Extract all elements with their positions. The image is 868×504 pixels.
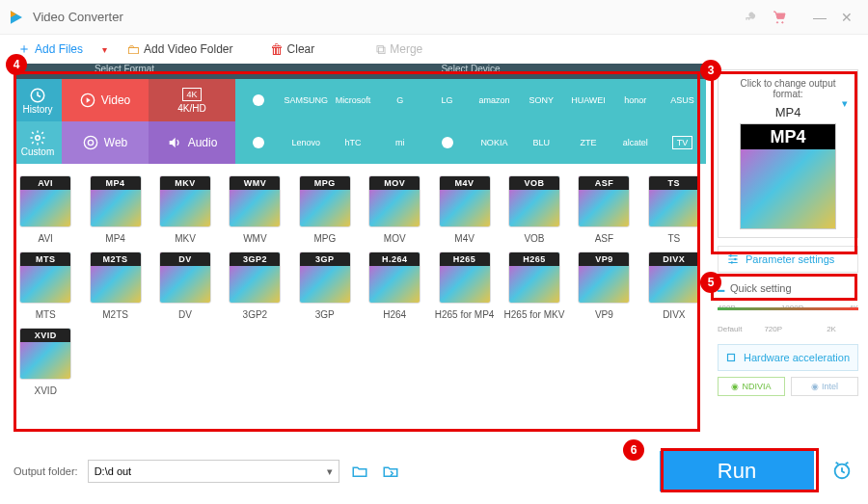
open-folder-button[interactable]	[349, 461, 370, 482]
key-icon[interactable]	[739, 4, 766, 31]
svg-point-7	[442, 137, 453, 148]
add-files-button[interactable]: ＋ Add Files	[12, 39, 89, 60]
folder-open-icon	[351, 463, 368, 480]
custom-tab[interactable]: Custom	[14, 121, 62, 164]
format-tag: MPG	[300, 176, 350, 190]
brand-HUAWEI[interactable]: HUAWEI	[565, 79, 612, 121]
format-tag: DIVX	[649, 252, 699, 266]
browse-folder-button[interactable]	[380, 461, 401, 482]
brand-hTC[interactable]: hTC	[330, 121, 377, 164]
format-h265-for-mkv[interactable]: H265H265 for MKV	[502, 252, 566, 320]
cart-icon[interactable]	[766, 4, 793, 31]
format-divx[interactable]: DIVXDIVX	[642, 252, 706, 320]
app-logo-icon	[8, 9, 25, 26]
format-wmv[interactable]: WMVWMV	[223, 175, 286, 244]
web-category[interactable]: Web	[62, 121, 149, 164]
format-tag: 3GP2	[230, 252, 280, 266]
brand-logo-10[interactable]	[235, 121, 283, 164]
svg-rect-11	[728, 355, 735, 361]
history-tab[interactable]: History	[14, 79, 62, 121]
format-label: MTS	[36, 309, 56, 320]
brand-SAMSUNG[interactable]: SAMSUNG	[283, 79, 330, 121]
output-folder-combo[interactable]: D:\d out ▾	[88, 460, 340, 483]
brand-G[interactable]: G	[376, 79, 423, 121]
minimize-button[interactable]: —	[806, 4, 833, 31]
format-label: MOV	[384, 233, 406, 244]
brand-SONY[interactable]: SONY	[518, 79, 565, 121]
svg-point-4	[88, 140, 93, 145]
format-vob[interactable]: VOBVOB	[502, 175, 566, 244]
brand-Lenovo[interactable]: Lenovo	[283, 121, 330, 164]
parameter-settings-button[interactable]: Parameter settings	[718, 246, 858, 273]
brand-LG[interactable]: LG	[423, 79, 471, 121]
brand-honor[interactable]: honor	[611, 79, 659, 121]
clear-button[interactable]: 🗑 Clear	[264, 40, 321, 59]
format-tag: MTS	[20, 252, 70, 266]
brand-BLU[interactable]: BLU	[518, 121, 565, 164]
brand-amazon[interactable]: amazon	[471, 79, 518, 121]
format-tag: WMV	[230, 176, 280, 190]
format-mov[interactable]: MOVMOV	[363, 175, 426, 244]
chevron-down-icon: ▾	[327, 465, 333, 478]
output-format-card[interactable]: Click to change output format: MP4 ▾ MP4	[718, 69, 858, 238]
4k-hd-category[interactable]: 4K 4K/HD	[149, 79, 235, 121]
format-h264[interactable]: H.264H264	[363, 252, 426, 320]
close-button[interactable]: ✕	[833, 4, 860, 31]
format-tag: M4V	[440, 176, 490, 190]
format-avi[interactable]: AVIAVI	[14, 175, 77, 244]
schedule-button[interactable]	[831, 460, 854, 483]
brand-alcatel[interactable]: alcatel	[611, 121, 659, 164]
brand-logo-icon	[439, 134, 456, 151]
svg-point-9	[734, 258, 736, 260]
format-tag: DV	[160, 252, 210, 266]
format-tag: M2TS	[91, 252, 141, 266]
brand-ZTE[interactable]: ZTE	[565, 121, 612, 164]
format-m2ts[interactable]: M2TSM2TS	[83, 252, 147, 320]
chip-icon	[724, 351, 738, 364]
format-ts[interactable]: TSTS	[642, 175, 706, 244]
quick-setting-label: Quick setting	[730, 282, 792, 294]
brand-logo-0[interactable]	[235, 79, 283, 121]
format-tag: H265	[509, 252, 559, 266]
format-mkv[interactable]: MKVMKV	[153, 175, 217, 244]
format-dv[interactable]: DVDV	[153, 252, 217, 320]
format-mp4[interactable]: MP4MP4	[83, 175, 147, 244]
format-3gp2[interactable]: 3GP23GP2	[223, 252, 286, 320]
brand-NOKIA[interactable]: NOKIA	[471, 121, 518, 164]
format-label: WMV	[243, 233, 266, 244]
format-vp9[interactable]: VP9VP9	[572, 252, 636, 320]
intel-chip[interactable]: ◉ Intel	[791, 377, 858, 396]
format-tag: H.264	[369, 252, 420, 266]
brand-TV[interactable]: TV	[659, 121, 706, 164]
format-m4v[interactable]: M4VM4V	[432, 175, 496, 244]
format-label: ASF	[595, 233, 613, 244]
hardware-acceleration-toggle[interactable]: Hardware acceleration	[718, 344, 858, 371]
format-tag: 3GP	[300, 252, 350, 266]
folder-arrow-icon	[382, 463, 399, 480]
brand-logo-14[interactable]	[423, 121, 471, 164]
brand-Microsoft[interactable]: Microsoft	[330, 79, 377, 121]
nvidia-chip[interactable]: ◉ NDIVIA	[718, 377, 785, 396]
format-mts[interactable]: MTSMTS	[14, 252, 77, 320]
format-tag: ASF	[579, 176, 629, 190]
run-button[interactable]: Run	[660, 451, 814, 491]
category-strip: History Custom Video Web 4K	[14, 79, 706, 164]
output-folder-label: Output folder:	[14, 465, 78, 477]
brand-mi[interactable]: mi	[376, 121, 423, 164]
format-label: MKV	[175, 233, 196, 244]
brand-ASUS[interactable]: ASUS	[659, 79, 706, 121]
format-h265-for-mp4[interactable]: H265H265 for MP4	[432, 252, 496, 320]
format-xvid[interactable]: XVIDXVID	[14, 328, 77, 396]
video-category[interactable]: Video	[62, 79, 149, 121]
format-mpg[interactable]: MPGMPG	[293, 175, 357, 244]
merge-button[interactable]: ⧉ Merge	[370, 40, 428, 60]
add-video-folder-button[interactable]: 🗀 Add Video Folder	[121, 40, 239, 59]
audio-category[interactable]: Audio	[149, 121, 235, 164]
format-asf[interactable]: ASFASF	[572, 175, 636, 244]
sliders-icon	[726, 252, 740, 266]
add-files-dropdown-caret[interactable]: ▾	[102, 44, 107, 55]
format-3gp[interactable]: 3GP3GP	[293, 252, 357, 320]
format-label: H265 for MP4	[435, 309, 495, 320]
nvidia-icon: ◉	[731, 382, 739, 391]
quality-slider[interactable]: 480P1080P4K	[718, 304, 858, 327]
